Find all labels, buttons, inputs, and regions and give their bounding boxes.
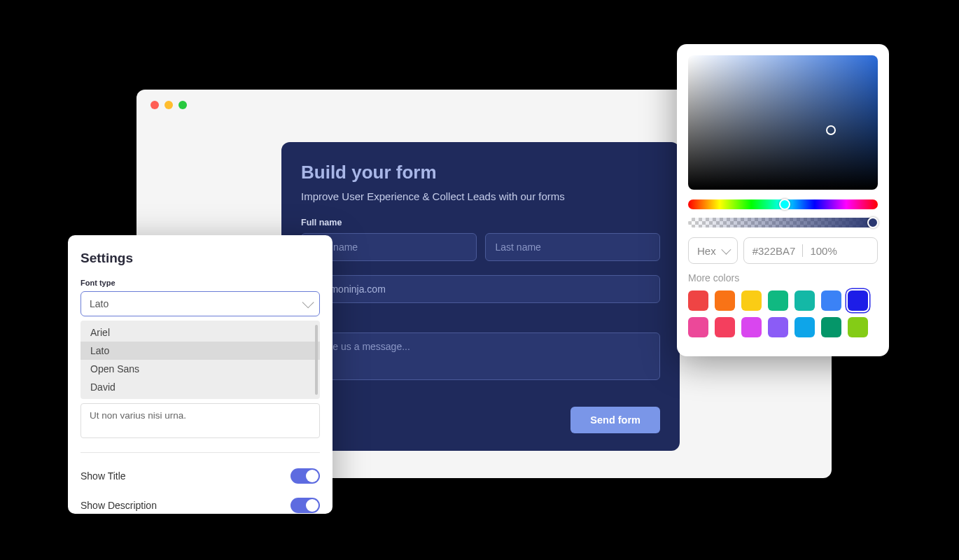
font-selected-value: Lato xyxy=(90,298,108,309)
show-title-row: Show Title xyxy=(80,461,320,491)
format-value: Hex xyxy=(697,245,716,257)
show-description-label: Show Description xyxy=(80,500,157,511)
opacity-value: 100% xyxy=(810,245,836,257)
last-name-input[interactable] xyxy=(485,233,661,261)
message-textarea[interactable] xyxy=(301,332,660,380)
maximize-window-button[interactable] xyxy=(178,101,187,109)
color-swatches xyxy=(688,290,878,337)
send-form-button[interactable]: Send form xyxy=(570,407,660,433)
color-format-select[interactable]: Hex xyxy=(688,237,738,264)
chevron-down-icon xyxy=(721,245,731,255)
font-type-label: Font type xyxy=(80,279,320,287)
close-window-button[interactable] xyxy=(150,101,159,109)
chevron-down-icon xyxy=(302,296,314,308)
color-swatch[interactable] xyxy=(821,290,841,311)
hex-input[interactable]: #322BA7 100% xyxy=(743,237,878,264)
divider xyxy=(80,452,320,453)
color-swatch[interactable] xyxy=(688,290,708,311)
show-title-label: Show Title xyxy=(80,470,126,482)
form-subtitle: Improve User Experience & Collect Leads … xyxy=(301,190,660,202)
show-title-toggle[interactable] xyxy=(290,468,320,484)
hue-cursor[interactable] xyxy=(779,199,790,210)
color-swatch[interactable] xyxy=(715,317,735,337)
color-swatch[interactable] xyxy=(741,317,762,337)
form-preview-card: Build your form Improve User Experience … xyxy=(281,142,680,451)
alpha-cursor[interactable] xyxy=(867,217,878,228)
show-description-toggle[interactable] xyxy=(290,498,320,513)
settings-panel: Settings Font type Lato Ariel Lato Open … xyxy=(68,235,332,514)
color-swatch[interactable] xyxy=(794,317,815,337)
form-title: Build your form xyxy=(301,162,660,183)
color-swatch[interactable] xyxy=(848,317,868,337)
color-swatch[interactable] xyxy=(768,290,788,311)
font-dropdown: Ariel Lato Open Sans David xyxy=(80,321,320,399)
more-colors-label: More colors xyxy=(688,272,878,284)
color-swatch[interactable] xyxy=(715,290,735,311)
color-picker-panel: Hex #322BA7 100% More colors xyxy=(677,44,889,356)
color-swatch[interactable] xyxy=(821,317,841,337)
color-swatch[interactable] xyxy=(848,290,868,311)
font-option[interactable]: Open Sans xyxy=(80,360,320,378)
fullname-label: Full name xyxy=(301,218,660,227)
hue-slider[interactable] xyxy=(688,200,878,209)
alpha-slider[interactable] xyxy=(688,218,878,227)
show-description-row: Show Description xyxy=(80,491,320,520)
email-input[interactable] xyxy=(301,275,660,303)
color-swatch[interactable] xyxy=(768,317,788,337)
minimize-window-button[interactable] xyxy=(164,101,173,109)
font-option[interactable]: David xyxy=(80,378,320,396)
text-input[interactable]: Ut non varius nisi urna. xyxy=(80,403,320,438)
settings-title: Settings xyxy=(80,251,320,266)
font-option[interactable]: Lato xyxy=(80,342,320,360)
font-option[interactable]: Ariel xyxy=(80,323,320,342)
hex-value: #322BA7 xyxy=(752,245,796,257)
saturation-value-area[interactable] xyxy=(688,55,878,190)
font-type-select[interactable]: Lato xyxy=(80,291,320,316)
sv-cursor[interactable] xyxy=(826,125,836,135)
dropdown-scrollbar[interactable] xyxy=(315,325,318,395)
divider xyxy=(802,244,803,257)
color-swatch[interactable] xyxy=(794,290,815,311)
color-swatch[interactable] xyxy=(741,290,762,311)
color-swatch[interactable] xyxy=(688,317,708,337)
message-label: e xyxy=(301,317,660,327)
